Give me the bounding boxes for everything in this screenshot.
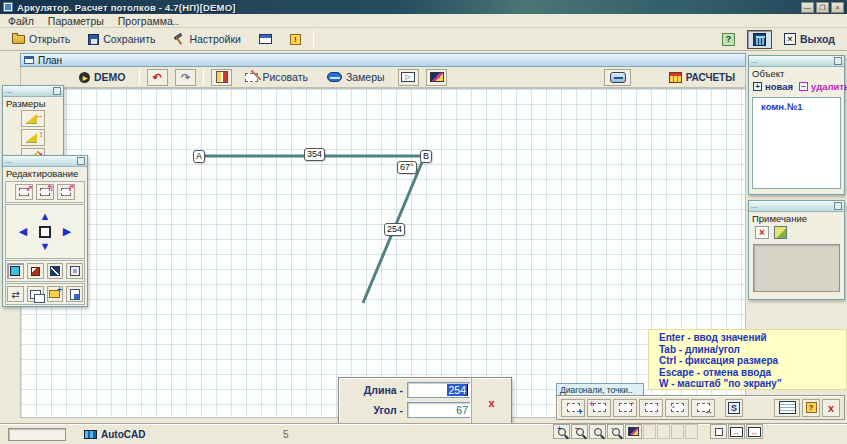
plan-window-titlebar[interactable]: План (20, 53, 746, 67)
swap-button[interactable] (7, 286, 24, 302)
collapse-icon[interactable] (77, 157, 85, 165)
drawing-lines[interactable] (21, 89, 747, 419)
edit-segment-button[interactable] (47, 263, 64, 279)
delete-object-button[interactable]: − удалить (799, 81, 847, 92)
pan-button[interactable] (589, 424, 606, 439)
help-icon: ? (806, 402, 817, 413)
measure-icon (327, 72, 342, 82)
window-view-button[interactable] (253, 31, 278, 47)
diagonal-delete-button[interactable] (613, 399, 637, 417)
fit-screen-icon (748, 427, 761, 437)
square-toggle-button[interactable] (710, 424, 727, 439)
node-mode-button[interactable] (66, 263, 83, 279)
move-contour-button[interactable]: ↰ (36, 184, 54, 200)
points-button[interactable] (691, 399, 715, 417)
save-button[interactable]: Сохранить (82, 30, 161, 48)
close-icon[interactable]: × (831, 2, 844, 13)
move-right-icon[interactable]: ▶ (63, 226, 71, 237)
note-text-area[interactable] (753, 244, 840, 292)
calculator-button[interactable] (747, 30, 772, 49)
open-button[interactable]: Открыть (6, 30, 76, 48)
length-ab-tag[interactable]: 354 (304, 148, 325, 161)
menu-program[interactable]: Программа.. (118, 15, 179, 27)
autocad-toggle[interactable]: AutoCAD (84, 429, 145, 440)
point-a-label: A (193, 150, 205, 163)
open-folder-icon (12, 35, 25, 44)
help-icon: ? (722, 33, 735, 46)
columns-button[interactable] (211, 69, 232, 86)
calculations-button[interactable]: РАСЧЕТЫ (663, 69, 741, 86)
length-angle-dialog: Длина - 254 Угол - 67 x (338, 377, 512, 428)
maximize-icon[interactable]: ❐ (816, 2, 829, 13)
point-add-button[interactable] (665, 399, 689, 417)
image-view-button[interactable] (625, 424, 642, 439)
object-panel-titlebar[interactable]: ... (749, 56, 844, 67)
help-button[interactable]: ? (716, 30, 741, 49)
background-button[interactable] (426, 69, 447, 86)
zoom-select-button[interactable]: · (607, 424, 624, 439)
draw-button[interactable]: Рисовать (239, 68, 313, 86)
diag-help-button[interactable]: ? (802, 399, 820, 417)
move-pad: ▲ ◀ ▶ ▼ (12, 209, 78, 254)
contour-button[interactable] (639, 399, 663, 417)
add-layer-button[interactable] (47, 286, 64, 302)
sizes-panel-titlebar[interactable]: ... (3, 86, 63, 97)
fit-screen-button[interactable] (746, 424, 763, 439)
length-bc-tag[interactable]: 254 (384, 223, 405, 236)
measures-button[interactable]: Замеры (321, 68, 391, 86)
dim-horizontal-button[interactable]: ↔ (21, 110, 45, 127)
diag-close-button[interactable]: x (822, 399, 840, 417)
collapse-icon[interactable] (834, 202, 842, 210)
minimize-icon[interactable]: — (801, 2, 814, 13)
move-left-icon[interactable]: ◀ (19, 226, 27, 237)
angle-b-tag[interactable]: 67° (397, 161, 417, 174)
clear-note-button[interactable]: × (755, 226, 769, 239)
pen-icon (50, 266, 60, 276)
edit-note-icon[interactable] (774, 226, 787, 239)
export-button[interactable]: ▷ (398, 69, 419, 86)
zoom-in-button[interactable]: + (553, 424, 570, 439)
zoom-out-button[interactable]: − (571, 424, 588, 439)
copy-icon (30, 290, 41, 299)
exit-button[interactable]: × Выход (778, 30, 841, 48)
select-mode-button[interactable] (7, 263, 24, 279)
info-button[interactable]: ! (284, 31, 307, 48)
redo-button[interactable] (175, 69, 196, 86)
diagonal-edit-button[interactable] (587, 399, 611, 417)
panel-button[interactable] (604, 69, 631, 86)
object-list-item[interactable]: комн.№1 (753, 98, 840, 115)
editing-panel-titlebar[interactable]: ... (3, 156, 87, 167)
delete-segment-button[interactable] (27, 263, 44, 279)
app-icon (3, 2, 13, 12)
menu-parameters[interactable]: Параметры (48, 15, 104, 27)
empty-cell (685, 424, 698, 439)
collapse-icon[interactable] (53, 87, 61, 95)
dim-vertical-button[interactable]: ↕ (21, 129, 45, 146)
collapse-icon[interactable] (834, 57, 842, 65)
corner-page-button[interactable] (66, 286, 83, 302)
center-square-icon[interactable] (39, 226, 51, 238)
copy-contour-button[interactable]: ↗ (15, 184, 33, 200)
note-panel-titlebar[interactable]: ... (749, 201, 844, 212)
drawing-canvas[interactable]: A B 354 67° 254 (20, 88, 746, 418)
image-icon (430, 72, 444, 82)
angle-input[interactable]: 67 (407, 402, 471, 418)
menu-file[interactable]: Файл (8, 15, 34, 27)
area-button[interactable]: S (725, 399, 743, 417)
rotate-contour-button[interactable]: ↱ (57, 184, 75, 200)
undo-icon (153, 71, 162, 84)
fit-width-button[interactable] (728, 424, 745, 439)
length-input[interactable]: 254 (407, 382, 471, 398)
new-object-button[interactable]: + новая (753, 81, 793, 92)
dialog-close-icon[interactable]: x (488, 397, 494, 409)
undo-button[interactable] (147, 69, 168, 86)
duplicate-button[interactable] (27, 286, 44, 302)
settings-button[interactable]: Настройки (167, 30, 247, 48)
move-down-icon[interactable]: ▼ (40, 241, 51, 252)
redo-icon (181, 71, 190, 84)
diagonal-add-button[interactable] (561, 399, 585, 417)
demo-button[interactable]: DEMO (73, 68, 132, 86)
table-button[interactable] (774, 399, 800, 417)
move-up-icon[interactable]: ▲ (40, 211, 51, 222)
hammer-icon (173, 33, 185, 45)
